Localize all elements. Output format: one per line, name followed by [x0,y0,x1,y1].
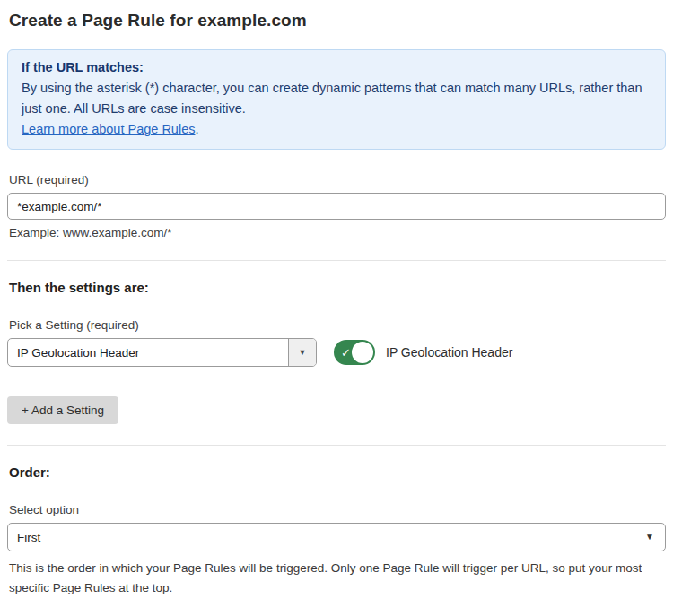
pick-setting-label: Pick a Setting (required) [9,318,664,332]
divider [7,445,666,446]
learn-more-link[interactable]: Learn more about Page Rules [22,122,195,136]
order-select-value: First [17,531,40,544]
toggle-label: IP Geolocation Header [386,345,512,360]
url-label: URL (required) [9,173,664,187]
page-title: Create a Page Rule for example.com [9,11,664,30]
url-input[interactable] [7,193,666,220]
info-box-link-line: Learn more about Page Rules. [22,119,651,140]
settings-section-heading: Then the settings are: [9,280,664,295]
check-icon: ✓ [341,347,351,359]
info-box-body: By using the asterisk (*) character, you… [22,78,650,119]
url-example-text: Example: www.example.com/* [9,226,664,239]
info-box-heading: If the URL matches: [22,57,651,78]
order-select[interactable]: First ▼ [7,523,666,551]
toggle-knob [352,342,373,363]
order-helper-text: This is the order in which your Page Rul… [9,559,664,598]
caret-down-icon: ▼ [645,533,654,542]
link-period: . [195,122,198,136]
setting-dropdown[interactable]: IP Geolocation Header ▼ [7,338,317,367]
url-match-info-box: If the URL matches: By using the asteris… [7,49,666,150]
ip-geolocation-toggle[interactable]: ✓ [334,340,375,365]
select-option-label: Select option [9,503,664,516]
add-setting-button[interactable]: + Add a Setting [7,396,118,424]
order-section-heading: Order: [9,464,664,480]
setting-dropdown-value: IP Geolocation Header [8,339,288,366]
setting-dropdown-button[interactable]: ▼ [288,339,316,366]
caret-down-icon: ▼ [299,349,307,357]
setting-row: IP Geolocation Header ▼ ✓ IP Geolocation… [7,338,666,367]
create-page-rule-form: Create a Page Rule for example.com If th… [0,11,673,616]
divider [7,260,666,261]
